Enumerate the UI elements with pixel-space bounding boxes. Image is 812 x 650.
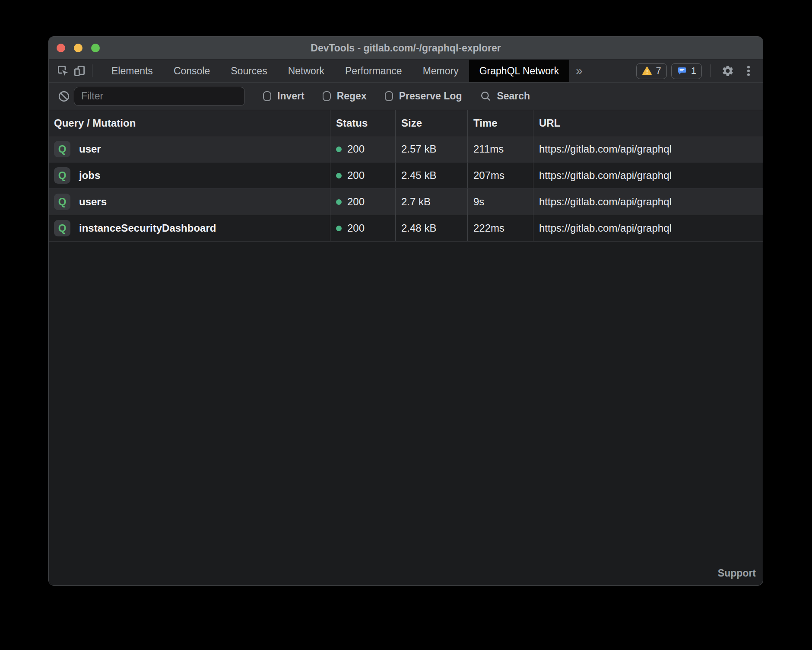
preserve-log-checkbox[interactable] — [385, 91, 393, 101]
filter-input[interactable] — [74, 87, 245, 106]
column-header-url[interactable]: URL — [533, 110, 763, 136]
url-cell: https://gitlab.com/api/graphql — [533, 162, 763, 188]
url-value: https://gitlab.com/api/graphql — [539, 222, 672, 234]
devtools-window: DevTools - gitlab.com/-/graphql-explorer… — [48, 36, 763, 586]
window-controls — [57, 37, 100, 59]
search-label: Search — [497, 90, 530, 102]
query-type-badge: Q — [54, 141, 70, 157]
size-value: 2.57 kB — [401, 143, 436, 155]
status-cell: 200 — [330, 189, 395, 215]
checkbox-group-invert[interactable]: Invert — [263, 90, 304, 102]
status-cell: 200 — [330, 136, 395, 162]
query-name: jobs — [79, 169, 100, 182]
url-cell: https://gitlab.com/api/graphql — [533, 136, 763, 162]
status-ok-dot-icon — [336, 226, 342, 231]
status-cell: 200 — [330, 215, 395, 241]
status-code: 200 — [347, 143, 365, 155]
status-ok-dot-icon — [336, 199, 342, 205]
device-toolbar-icon — [73, 64, 86, 77]
inspect-element-button[interactable] — [55, 63, 71, 79]
gear-icon — [721, 64, 734, 77]
size-cell: 2.45 kB — [395, 162, 467, 188]
query-type-badge: Q — [54, 220, 70, 236]
size-cell: 2.7 kB — [395, 189, 467, 215]
controls-divider — [710, 64, 711, 77]
tabbar-right-controls: 7 1 — [636, 63, 757, 79]
table-row[interactable]: Q users 200 2.7 kB 9s https://gitlab.com… — [49, 189, 763, 215]
status-ok-dot-icon — [336, 173, 342, 178]
customize-devtools-button[interactable] — [740, 63, 757, 79]
status-ok-dot-icon — [336, 147, 342, 152]
time-cell: 9s — [467, 189, 533, 215]
column-header-size[interactable]: Size — [395, 110, 467, 136]
tab-sources[interactable]: Sources — [220, 60, 277, 82]
time-cell: 222ms — [467, 215, 533, 241]
time-cell: 207ms — [467, 162, 533, 188]
url-value: https://gitlab.com/api/graphql — [539, 143, 672, 155]
size-value: 2.48 kB — [401, 222, 436, 234]
url-cell: https://gitlab.com/api/graphql — [533, 215, 763, 241]
table-row[interactable]: Q user 200 2.57 kB 211ms https://gitlab.… — [49, 136, 763, 162]
support-link[interactable]: Support — [718, 567, 756, 579]
chevron-double-icon: » — [576, 64, 583, 77]
table-row[interactable]: Q jobs 200 2.45 kB 207ms https://gitlab.… — [49, 162, 763, 189]
checkbox-group-preserve-log[interactable]: Preserve Log — [385, 90, 462, 102]
column-header-status[interactable]: Status — [330, 110, 395, 136]
tab-memory[interactable]: Memory — [412, 60, 469, 82]
search-toggle[interactable]: Search — [480, 90, 530, 102]
invert-label: Invert — [277, 90, 304, 102]
status-code: 200 — [347, 196, 365, 208]
invert-checkbox[interactable] — [263, 91, 271, 101]
size-cell: 2.48 kB — [395, 215, 467, 241]
tab-network[interactable]: Network — [278, 60, 335, 82]
table-header-row: Query / MutationStatusSizeTimeURL — [49, 110, 763, 136]
query-name-cell: Q user — [49, 136, 330, 162]
window-title: DevTools - gitlab.com/-/graphql-explorer — [49, 42, 763, 54]
time-value: 211ms — [473, 143, 504, 155]
url-value: https://gitlab.com/api/graphql — [539, 169, 672, 182]
devtools-tab-bar: ElementsConsoleSourcesNetworkPerformance… — [49, 60, 763, 83]
size-value: 2.7 kB — [401, 196, 431, 208]
settings-button[interactable] — [720, 63, 736, 79]
warning-count: 7 — [656, 65, 661, 76]
column-header-time[interactable]: Time — [467, 110, 533, 136]
filter-checkboxes: InvertRegexPreserve Log — [263, 90, 462, 102]
url-cell: https://gitlab.com/api/graphql — [533, 189, 763, 215]
query-name-cell: Q users — [49, 189, 330, 215]
size-cell: 2.57 kB — [395, 136, 467, 162]
warning-icon — [642, 66, 652, 76]
tab-elements[interactable]: Elements — [101, 60, 163, 82]
toolbar-divider — [92, 64, 92, 77]
query-name: users — [79, 196, 107, 208]
tab-console[interactable]: Console — [163, 60, 220, 82]
size-value: 2.45 kB — [401, 169, 436, 182]
warnings-button[interactable]: 7 — [636, 63, 667, 79]
time-cell: 211ms — [467, 136, 533, 162]
more-tabs-button[interactable]: » — [569, 60, 589, 82]
issue-count: 1 — [691, 65, 696, 76]
regex-checkbox[interactable] — [323, 91, 331, 101]
device-toolbar-button[interactable] — [71, 63, 88, 79]
query-name: instanceSecurityDashboard — [79, 222, 216, 234]
close-window-button[interactable] — [57, 44, 65, 52]
query-name-cell: Q jobs — [49, 162, 330, 188]
column-header-query-mutation[interactable]: Query / Mutation — [49, 110, 330, 136]
request-table-body: Q user 200 2.57 kB 211ms https://gitlab.… — [49, 136, 763, 242]
query-type-badge: Q — [54, 167, 70, 184]
clear-requests-button[interactable] — [56, 88, 72, 105]
status-code: 200 — [347, 222, 365, 234]
query-name-cell: Q instanceSecurityDashboard — [49, 215, 330, 241]
kebab-menu-icon — [742, 64, 755, 77]
query-type-badge: Q — [54, 194, 70, 210]
status-cell: 200 — [330, 162, 395, 188]
panel-tabs: ElementsConsoleSourcesNetworkPerformance… — [101, 60, 569, 82]
minimize-window-button[interactable] — [74, 44, 82, 52]
checkbox-group-regex[interactable]: Regex — [323, 90, 367, 102]
tab-performance[interactable]: Performance — [335, 60, 412, 82]
inspect-cursor-icon — [57, 64, 70, 77]
tab-graphql-network[interactable]: GraphQL Network — [469, 60, 570, 82]
zoom-window-button[interactable] — [91, 44, 100, 52]
network-filter-bar: InvertRegexPreserve Log Search — [49, 83, 763, 110]
table-row[interactable]: Q instanceSecurityDashboard 200 2.48 kB … — [49, 215, 763, 242]
issues-button[interactable]: 1 — [671, 63, 702, 79]
